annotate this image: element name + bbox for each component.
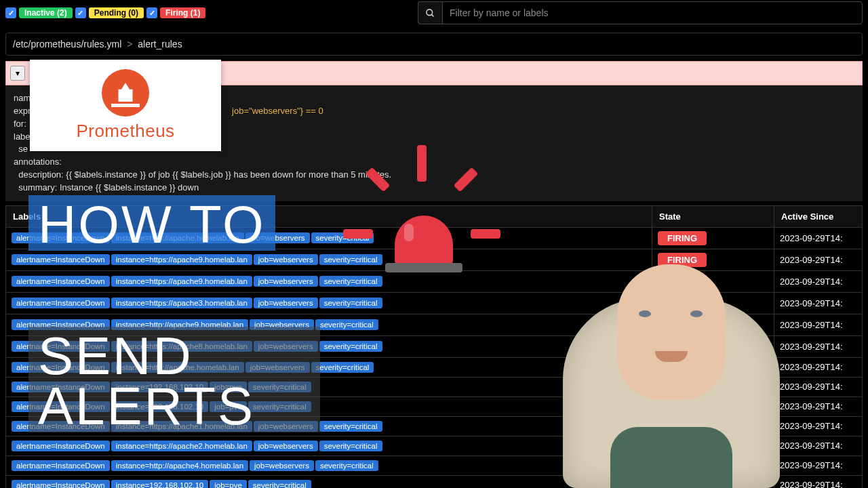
- label-tag[interactable]: severity=critical: [319, 254, 382, 265]
- prometheus-wordmark: Prometheus: [76, 121, 174, 142]
- breadcrumb-path[interactable]: /etc/prometheus/rules.yml: [13, 39, 121, 49]
- label-tag[interactable]: job=webservers: [250, 460, 314, 471]
- col-state: State: [652, 205, 774, 227]
- chevron-down-icon[interactable]: ▾: [10, 66, 25, 81]
- label-tag[interactable]: severity=critical: [311, 362, 374, 373]
- checkbox-firing[interactable]: ✓: [146, 7, 157, 18]
- col-since: Active Since: [774, 205, 863, 227]
- presenter-head: [617, 264, 726, 400]
- label-tag[interactable]: severity=critical: [248, 480, 311, 488]
- video-title-overlay: HOW TO SEND ALERTS: [28, 195, 320, 432]
- presenter-photo: [536, 251, 807, 488]
- breadcrumb-group[interactable]: alert_rules: [138, 39, 182, 49]
- label-tag[interactable]: severity=critical: [315, 319, 378, 330]
- svg-point-0: [427, 9, 433, 15]
- siren-ray-icon: [417, 145, 427, 182]
- checkbox-pending[interactable]: ✓: [75, 7, 86, 18]
- label-tag[interactable]: instance=192.168.102.10: [111, 480, 209, 488]
- title-line-2: SEND ALERTS: [28, 327, 320, 432]
- label-tag[interactable]: severity=critical: [315, 460, 378, 471]
- alert-siren-icon: [380, 191, 468, 272]
- search-input[interactable]: [442, 1, 863, 24]
- label-tag[interactable]: severity=critical: [319, 298, 382, 308]
- siren-ray-icon: [343, 229, 373, 239]
- siren-ray-icon: [471, 229, 500, 239]
- prometheus-logo-card: Prometheus: [30, 60, 221, 151]
- filter-pending[interactable]: Pending (0): [89, 7, 144, 18]
- label-tag[interactable]: instance=http://apache4.homelab.lan: [111, 460, 248, 471]
- breadcrumb: /etc/prometheus/rules.yml > alert_rules: [5, 33, 863, 56]
- label-tag[interactable]: severity=critical: [319, 441, 382, 451]
- title-line-1: HOW TO: [28, 195, 275, 251]
- label-tag[interactable]: severity=critical: [319, 276, 382, 287]
- filter-bar: ✓ Inactive (2) ✓ Pending (0) ✓ Firing (1…: [0, 0, 868, 28]
- svg-line-1: [431, 14, 433, 16]
- state-badge-firing: FIRING: [658, 231, 707, 245]
- since-cell: 2023-09-29T14:: [774, 227, 863, 249]
- checkbox-inactive[interactable]: ✓: [5, 7, 16, 18]
- label-tag[interactable]: alertname=InstanceDown: [12, 460, 110, 471]
- prometheus-flame-icon: [102, 69, 149, 117]
- state-cell: FIRING: [652, 227, 774, 249]
- label-tag[interactable]: alertname=InstanceDown: [12, 480, 110, 488]
- breadcrumb-sep: >: [124, 39, 135, 49]
- search-icon[interactable]: [418, 1, 442, 24]
- label-tag[interactable]: job=pve: [210, 480, 247, 488]
- filter-inactive[interactable]: Inactive (2): [19, 7, 73, 18]
- label-tag[interactable]: alertname=InstanceDown: [12, 441, 110, 451]
- label-tag[interactable]: severity=critical: [319, 421, 382, 432]
- label-tag[interactable]: job=webservers: [254, 441, 318, 451]
- filter-firing[interactable]: Firing (1): [160, 7, 205, 18]
- label-tag[interactable]: instance=https://apache2.homelab.lan: [111, 441, 252, 451]
- label-tag[interactable]: severity=critical: [319, 341, 382, 352]
